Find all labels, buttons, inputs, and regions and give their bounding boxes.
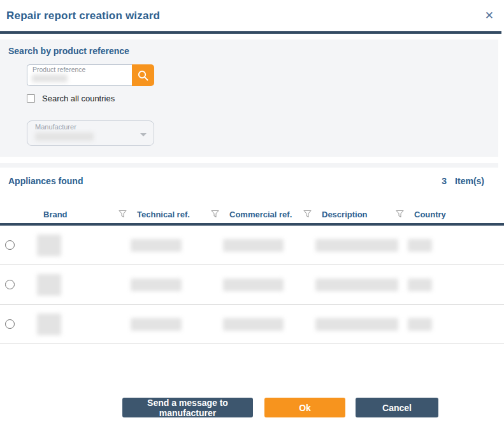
table-row[interactable] <box>0 305 504 344</box>
filter-icon[interactable] <box>119 209 127 221</box>
column-header-commercial-ref[interactable]: Commercial ref. <box>223 208 315 221</box>
send-message-to-manufacturer-button[interactable]: Send a message to manufacturer <box>122 398 253 417</box>
dialog-footer: Send a message to manufacturer Ok Cancel <box>0 398 504 417</box>
product-reference-label: Product reference <box>32 66 85 73</box>
search-icon <box>137 69 149 82</box>
section-divider-strip <box>0 163 498 168</box>
dialog-title: Repair report creation wizard <box>6 10 160 22</box>
brand-redacted-cell <box>37 314 61 335</box>
repair-report-wizard-dialog: Repair report creation wizard ✕ Search b… <box>0 0 504 427</box>
table-row[interactable] <box>0 265 504 305</box>
technical-ref-redacted-cell <box>131 318 182 331</box>
brand-redacted-cell <box>37 274 61 296</box>
technical-ref-redacted-cell <box>131 279 182 291</box>
search-all-countries-checkbox[interactable]: Search all countries <box>27 94 115 103</box>
technical-ref-redacted-cell <box>131 239 182 252</box>
results-heading: Appliances found <box>8 176 83 186</box>
column-header-description[interactable]: Description <box>315 208 408 221</box>
description-redacted-cell <box>315 318 398 331</box>
column-header-country[interactable]: Country <box>408 210 504 219</box>
search-panel: Search by product reference Product refe… <box>0 40 498 157</box>
ok-button[interactable]: Ok <box>264 398 345 417</box>
country-redacted-cell <box>408 239 432 252</box>
manufacturer-redacted-value <box>35 133 94 141</box>
product-reference-search-group: Product reference <box>27 64 154 86</box>
commercial-ref-redacted-cell <box>223 279 284 291</box>
commercial-ref-redacted-cell <box>223 239 284 252</box>
filter-icon[interactable] <box>211 209 219 221</box>
results-count-unit: Item(s) <box>455 176 484 186</box>
column-header-technical-ref[interactable]: Technical ref. <box>131 208 223 221</box>
search-section-heading: Search by product reference <box>8 46 498 56</box>
commercial-ref-redacted-cell <box>223 318 284 331</box>
chevron-down-icon <box>140 133 147 136</box>
dialog-header: Repair report creation wizard ✕ <box>0 0 504 31</box>
column-header-brand[interactable]: Brand <box>37 208 131 221</box>
cancel-button[interactable]: Cancel <box>356 398 438 417</box>
appliances-table: Brand Technical ref. Commercial ref. Des… <box>0 205 504 344</box>
search-button[interactable] <box>132 64 154 86</box>
description-redacted-cell <box>315 239 398 252</box>
description-redacted-cell <box>315 279 398 291</box>
results-count: 3 Item(s) <box>442 176 484 186</box>
filter-icon[interactable] <box>303 209 312 221</box>
table-row[interactable] <box>0 226 504 265</box>
results-count-number: 3 <box>442 176 447 186</box>
product-reference-redacted-value <box>32 75 68 82</box>
results-header: Appliances found 3 Item(s) <box>0 168 504 189</box>
header-divider <box>0 31 501 34</box>
row-radio-button[interactable] <box>5 280 15 289</box>
country-redacted-cell <box>408 318 432 331</box>
row-radio-button[interactable] <box>5 319 15 329</box>
row-radio-button[interactable] <box>5 240 15 250</box>
checkbox-box[interactable] <box>27 94 35 103</box>
brand-redacted-cell <box>37 235 61 256</box>
product-reference-input[interactable]: Product reference <box>27 64 132 86</box>
filter-icon[interactable] <box>396 209 404 221</box>
manufacturer-select[interactable]: Manufacturer <box>27 120 154 146</box>
manufacturer-label: Manufacturer <box>35 123 76 131</box>
search-all-countries-label: Search all countries <box>42 94 115 103</box>
close-icon[interactable]: ✕ <box>484 9 495 22</box>
country-redacted-cell <box>408 279 432 291</box>
table-header-row: Brand Technical ref. Commercial ref. Des… <box>0 205 504 223</box>
